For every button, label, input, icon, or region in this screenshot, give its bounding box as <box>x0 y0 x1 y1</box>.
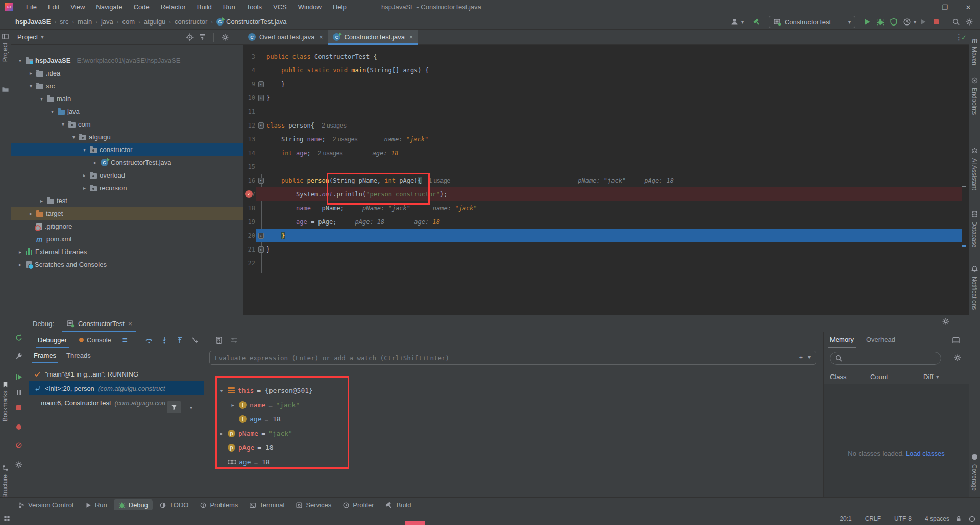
project-icon[interactable] <box>2 33 9 40</box>
code-line-20[interactable]: 20▴} <box>243 229 969 242</box>
debug-tab-debugger[interactable]: Debugger <box>33 332 72 348</box>
code-line-21[interactable]: 21▴} <box>243 242 969 256</box>
coverage-button[interactable] <box>887 16 900 28</box>
notifications-icon[interactable] <box>971 265 978 273</box>
evaluate-expression-input[interactable]: Evaluate expression (Enter) or add a wat… <box>209 351 816 365</box>
tab-close-icon[interactable]: × <box>319 34 323 41</box>
chevron-right-icon[interactable]: ▸ <box>28 70 34 76</box>
menu-tools[interactable]: Tools <box>242 2 266 12</box>
pause-button[interactable] <box>15 389 23 397</box>
bookmarks-icon[interactable] <box>2 381 9 388</box>
tree-item-idea[interactable]: ▸.idea <box>11 67 243 80</box>
close-session-icon[interactable]: × <box>128 320 132 328</box>
database-icon[interactable] <box>971 210 978 218</box>
locate-file-icon[interactable] <box>186 33 194 41</box>
lock-icon[interactable] <box>955 515 962 522</box>
add-watch-icon[interactable]: + <box>799 354 803 361</box>
toolwindow-stripe-notifications[interactable]: Notifications <box>971 277 978 310</box>
memory-tab-memory[interactable]: Memory <box>824 332 860 348</box>
editor-tab-OverLoadTestjava[interactable]: COverLoadTest.java× <box>243 30 328 44</box>
breadcrumb-item-main[interactable]: main <box>78 18 92 26</box>
project-folder-icon[interactable] <box>2 86 9 93</box>
tree-item-test[interactable]: ▸test <box>11 194 243 207</box>
toolwindow-button-build[interactable]: Build <box>380 499 415 511</box>
tree-item-gitignore[interactable]: .gitignore <box>11 220 243 233</box>
debug-session-tab[interactable]: ConstructorTest × <box>62 315 136 332</box>
frames-tab-threads[interactable]: Threads <box>61 348 96 363</box>
tree-item-ConstructorTestjava[interactable]: ▸CConstructorTest.java <box>11 156 243 169</box>
toolwindow-button-version-control[interactable]: Version Control <box>13 499 78 510</box>
chevron-right-icon[interactable]: ▸ <box>82 185 87 191</box>
frame-row-0[interactable]: "main"@1 in g...ain": RUNNING <box>29 367 204 381</box>
toolwindow-stripe-endpoints[interactable]: Endpoints <box>971 88 978 115</box>
endpoints-icon[interactable] <box>971 77 978 84</box>
toolwindow-button-services[interactable]: Services <box>291 499 336 510</box>
toolwindow-button-profiler[interactable]: Profiler <box>338 499 378 510</box>
fold-marker[interactable]: ▾ <box>255 122 266 129</box>
thread-filter-button[interactable] <box>167 401 181 413</box>
tree-item-main[interactable]: ▾main <box>11 92 243 105</box>
stop-button[interactable] <box>929 16 943 28</box>
tree-item-ExternalLibraries[interactable]: ▸External Libraries <box>11 245 243 258</box>
menu-file[interactable]: File <box>21 2 41 12</box>
menu-code[interactable]: Code <box>129 2 154 12</box>
toolwindow-button-debug[interactable]: Debug <box>114 499 153 510</box>
menu-view[interactable]: View <box>66 2 89 12</box>
code-line-14[interactable]: 14int age;2 usagesage: 18 <box>243 146 969 160</box>
status-widget-4spaces[interactable]: 4 spaces <box>925 515 949 522</box>
code-line-4[interactable]: 4public static void main(String[] args) … <box>243 63 969 77</box>
fold-collapse-icon[interactable]: ▴ <box>258 233 264 239</box>
tree-item-target[interactable]: ▸target <box>11 207 243 220</box>
debug-tab-console[interactable]: Console <box>74 332 116 348</box>
structure-icon[interactable] <box>2 464 9 472</box>
breadcrumb-item-atguigu[interactable]: atguigu <box>144 18 166 26</box>
rerun-debug-button[interactable] <box>15 334 23 342</box>
status-widget-201[interactable]: 20:1 <box>840 515 851 522</box>
evaluate-chevron-icon[interactable]: ▾ <box>808 354 811 361</box>
fold-collapse-icon[interactable]: ▴ <box>258 81 264 87</box>
breadcrumb-item-hspJavaSE[interactable]: hspJavaSE <box>15 18 51 26</box>
fold-expand-icon[interactable]: ▾ <box>258 122 264 129</box>
chevron-down-icon[interactable]: ▾ <box>28 83 34 89</box>
menu-run[interactable]: Run <box>218 2 240 12</box>
breadcrumb-item-java[interactable]: java <box>101 18 113 26</box>
status-widget-CRLF[interactable]: CRLF <box>865 515 881 522</box>
chevron-down-icon[interactable]: ▾ <box>82 147 87 153</box>
chevron-down-icon[interactable]: ▾ <box>60 121 66 127</box>
code-line-11[interactable]: 11 <box>243 105 969 118</box>
tree-item-constructor[interactable]: ▾constructor <box>11 143 243 156</box>
load-classes-link[interactable]: Load classes <box>906 449 945 457</box>
run-button[interactable] <box>861 16 874 28</box>
code-line-15[interactable]: 15 <box>243 160 969 173</box>
filter-chevron-icon[interactable]: ▾ <box>190 405 192 410</box>
search-everywhere-icon[interactable] <box>949 16 963 28</box>
maximize-button[interactable]: ❐ <box>933 0 957 14</box>
menu-edit[interactable]: Edit <box>43 2 64 12</box>
profiler-button[interactable] <box>900 16 914 28</box>
toolwindow-stripe-maven[interactable]: Maven <box>971 47 978 65</box>
tree-item-pomxml[interactable]: mpom.xml <box>11 233 243 245</box>
memory-search-input[interactable] <box>830 352 941 365</box>
fold-marker[interactable]: ▾ <box>255 178 266 184</box>
toolwindow-button-terminal[interactable]: Terminal <box>244 499 289 510</box>
toolwindow-button-problems[interactable]: Problems <box>195 499 242 510</box>
column-header-count[interactable]: Count <box>864 369 917 384</box>
tree-item-com[interactable]: ▾com <box>11 118 243 131</box>
menu-navigate[interactable]: Navigate <box>91 2 127 12</box>
chevron-down-icon[interactable]: ▾ <box>71 134 77 140</box>
project-gear-icon[interactable] <box>221 33 229 41</box>
debug-button[interactable] <box>874 16 887 28</box>
chevron-right-icon[interactable]: ▸ <box>17 262 23 267</box>
toolwindow-stripe-structure[interactable]: Structure <box>2 474 9 499</box>
notifications-circle-icon[interactable] <box>968 515 976 523</box>
tool-window-switcher-icon[interactable] <box>3 515 11 522</box>
ai-assistant-icon[interactable] <box>971 147 978 155</box>
build-hammer-icon[interactable] <box>750 16 764 28</box>
menu-vcs[interactable]: VCS <box>268 2 291 12</box>
code-line-19[interactable]: 19age = pAge;pAge: 18age: 18 <box>243 215 969 229</box>
user-chevron-icon[interactable]: ▾ <box>741 19 744 25</box>
breadcrumb-item-ConstructorTest.java[interactable]: CConstructorTest.java <box>216 18 287 26</box>
debug-strip-gear-icon[interactable] <box>15 461 23 469</box>
toolwindow-stripe-coverage[interactable]: Coverage <box>971 464 978 491</box>
step-into-button[interactable] <box>158 334 171 346</box>
